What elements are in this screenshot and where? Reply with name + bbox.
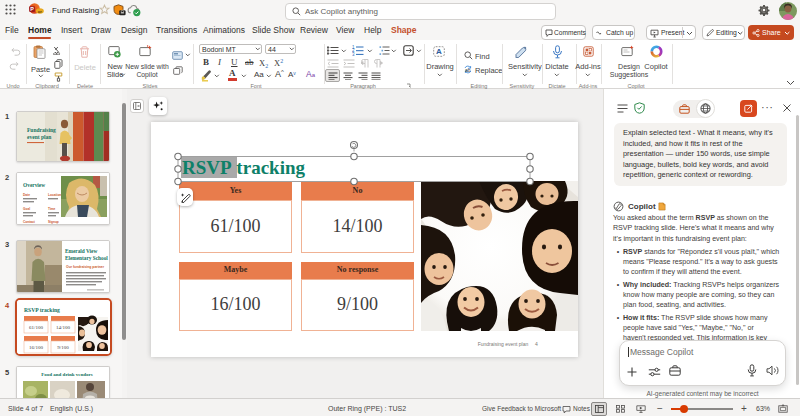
svg-text:61/100: 61/100 [29,325,43,330]
svg-text:RSVP tracking: RSVP tracking [24,307,60,313]
svg-text:A: A [436,47,442,56]
svg-text:Contact: Contact [23,220,36,224]
svg-text:Emerald View: Emerald View [65,248,97,254]
svg-text:14/100: 14/100 [56,325,70,330]
svg-text:16/100: 16/100 [29,345,43,350]
svg-text:Goal: Goal [23,207,30,211]
svg-text:Date: Date [23,193,30,197]
svg-text:or: or [38,9,43,14]
svg-text:event plan: event plan [27,134,51,140]
svg-text:9/100: 9/100 [57,345,69,350]
svg-text:Food and drink vendors: Food and drink vendors [41,372,93,377]
svg-text:Elementary School: Elementary School [65,255,108,261]
svg-text:Our fundraising partner: Our fundraising partner [66,265,105,269]
svg-text:ab: ab [465,67,471,73]
svg-text:Fundraising: Fundraising [27,127,56,133]
svg-text:3: 3 [352,52,355,56]
svg-text:Time: Time [48,207,56,211]
svg-text:Signup: Signup [48,220,59,224]
svg-text:Location: Location [48,193,61,197]
svg-text:Overview: Overview [23,182,45,188]
svg-text:P: P [30,6,34,12]
